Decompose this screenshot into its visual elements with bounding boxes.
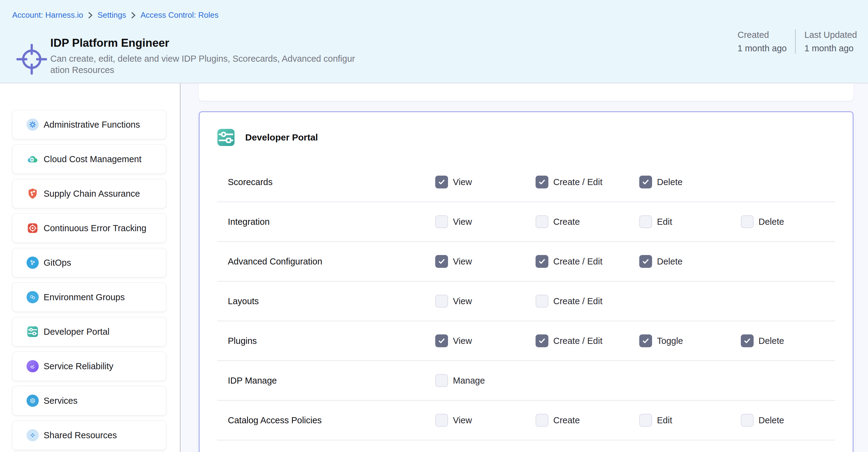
target-square-icon — [27, 222, 39, 234]
resource-label: Plugins — [228, 336, 435, 346]
sidebar-item-developer-portal[interactable]: Developer Portal — [12, 317, 166, 346]
previous-section-card-partial — [199, 83, 854, 101]
checkbox-label: Manage — [453, 376, 485, 386]
breadcrumb-settings-link[interactable]: Settings — [98, 10, 126, 20]
checkbox-label: Delete — [657, 177, 683, 187]
sidebar-item-shared-resources[interactable]: Shared Resources — [12, 421, 166, 450]
checkbox-label: Delete — [758, 415, 784, 425]
checkbox[interactable] — [535, 215, 548, 228]
page-header: Account: Harness.io Settings Access Cont… — [0, 0, 868, 83]
created-label: Created — [738, 28, 786, 41]
checkbox-plugins-delete[interactable]: Delete — [741, 334, 835, 347]
checkbox[interactable] — [535, 334, 548, 347]
checkbox[interactable] — [741, 414, 754, 427]
checkbox-catalog-access-policies-delete[interactable]: Delete — [741, 414, 835, 427]
meta-divider — [795, 29, 796, 54]
permission-row-catalog-access-policies: Catalog Access Policies View Create Edit… — [217, 401, 835, 441]
sidebar-item-supply-chain-assurance[interactable]: Supply Chain Assurance — [12, 179, 166, 208]
updated-label: Last Updated — [804, 28, 857, 41]
checkbox[interactable] — [535, 414, 548, 427]
created-meta: Created 1 month ago — [738, 28, 786, 55]
checkbox[interactable] — [535, 176, 548, 189]
updated-meta: Last Updated 1 month ago — [804, 28, 857, 55]
checkbox[interactable] — [435, 374, 448, 387]
hexagon-nut-icon — [27, 395, 39, 407]
checkbox-catalog-access-policies-create[interactable]: Create — [535, 414, 639, 427]
gear-icon — [27, 118, 39, 131]
checkbox[interactable] — [435, 255, 448, 268]
checkbox-label: Create / Edit — [553, 296, 602, 306]
role-header-text: IDP Platform Engineer Can create, edit, … — [50, 35, 359, 76]
checkbox-label: View — [453, 336, 472, 346]
breadcrumb-account-link[interactable]: Account: Harness.io — [12, 10, 83, 20]
sidebar-item-label: Services — [43, 396, 78, 406]
checkbox-layouts-view[interactable]: View — [435, 295, 535, 308]
permission-row-plugins: Plugins View Create / Edit Toggle Delete — [217, 321, 835, 361]
sidebar-item-gitops[interactable]: GitOps — [12, 248, 166, 277]
checkbox-scorecards-delete[interactable]: Delete — [639, 176, 741, 189]
checkbox[interactable] — [741, 334, 754, 347]
section-header: Developer Portal — [199, 112, 853, 163]
checkbox[interactable] — [741, 215, 754, 228]
sidebar-item-cloud-cost-management[interactable]: $ Cloud Cost Management — [12, 144, 166, 174]
checkbox-idp-manage[interactable]: Manage — [435, 374, 535, 387]
checkbox-scorecards-view[interactable]: View — [435, 176, 535, 189]
checkbox-label: Create — [553, 415, 580, 425]
checkbox[interactable] — [639, 334, 652, 347]
checkbox-integration-delete[interactable]: Delete — [741, 215, 835, 228]
checkbox[interactable] — [639, 255, 652, 268]
hexagons-icon — [27, 291, 39, 303]
checkbox-integration-edit[interactable]: Edit — [639, 215, 741, 228]
sidebar-item-services[interactable]: Services — [12, 386, 166, 415]
checkbox[interactable] — [435, 334, 448, 347]
checkbox[interactable] — [435, 414, 448, 427]
permission-row-idp-manage: IDP Manage Manage — [217, 361, 835, 401]
resource-label: Advanced Configuration — [228, 257, 435, 266]
permission-row-layouts: Layouts View Create / Edit — [217, 282, 835, 321]
checkbox-integration-view[interactable]: View — [435, 215, 535, 228]
checkbox-integration-create[interactable]: Create — [535, 215, 639, 228]
checkbox-advanced-configuration-delete[interactable]: Delete — [639, 255, 741, 268]
sidebar-item-service-reliability[interactable]: Service Reliability — [12, 351, 166, 381]
checkbox-label: View — [453, 217, 472, 227]
git-branch-icon — [27, 257, 39, 269]
svg-text:$: $ — [31, 158, 33, 161]
resource-label: IDP Manage — [228, 376, 435, 386]
checkbox-plugins-toggle[interactable]: Toggle — [639, 334, 741, 347]
sidebar-item-label: Administrative Functions — [43, 120, 140, 130]
cloud-dollar-icon: $ — [27, 153, 39, 165]
created-value: 1 month ago — [738, 41, 786, 55]
sidebar-item-administrative-functions[interactable]: Administrative Functions — [12, 110, 166, 139]
permission-row-scorecards: Scorecards View Create / Edit Delete — [217, 163, 835, 202]
checkbox-scorecards-create-edit[interactable]: Create / Edit — [535, 176, 639, 189]
checkbox[interactable] — [535, 255, 548, 268]
chevron-right-icon — [131, 12, 136, 19]
checkbox[interactable] — [535, 295, 548, 308]
checkbox[interactable] — [639, 414, 652, 427]
chevron-right-icon — [88, 12, 93, 19]
checkbox[interactable] — [435, 176, 448, 189]
checkbox-label: View — [453, 296, 472, 306]
checkbox-layouts-create-edit[interactable]: Create / Edit — [535, 295, 639, 308]
checkbox-label: Delete — [758, 336, 784, 346]
sidebar-item-continuous-error-tracking[interactable]: Continuous Error Tracking — [12, 214, 166, 243]
breadcrumb-roles-link[interactable]: Access Control: Roles — [141, 10, 219, 20]
checkbox[interactable] — [435, 295, 448, 308]
sidebar-item-environment-groups[interactable]: Environment Groups — [12, 283, 166, 312]
developer-portal-section-card: Developer Portal Scorecards View Create … — [199, 111, 854, 452]
checkbox[interactable] — [435, 215, 448, 228]
checkbox-catalog-access-policies-edit[interactable]: Edit — [639, 414, 741, 427]
sidebar-item-label: Shared Resources — [43, 430, 117, 441]
checkbox[interactable] — [639, 215, 652, 228]
checkbox-plugins-create-edit[interactable]: Create / Edit — [535, 334, 639, 347]
sidebar-item-label: Environment Groups — [43, 292, 125, 302]
checkbox-label: Edit — [657, 415, 672, 425]
checkbox-advanced-configuration-view[interactable]: View — [435, 255, 535, 268]
checkbox-plugins-view[interactable]: View — [435, 334, 535, 347]
checkbox-advanced-configuration-create-edit[interactable]: Create / Edit — [535, 255, 639, 268]
page-title: IDP Platform Engineer — [50, 35, 359, 51]
checkbox[interactable] — [639, 176, 652, 189]
checkbox-label: Toggle — [657, 336, 683, 346]
sidebar-item-label: GitOps — [43, 258, 71, 268]
checkbox-catalog-access-policies-view[interactable]: View — [435, 414, 535, 427]
